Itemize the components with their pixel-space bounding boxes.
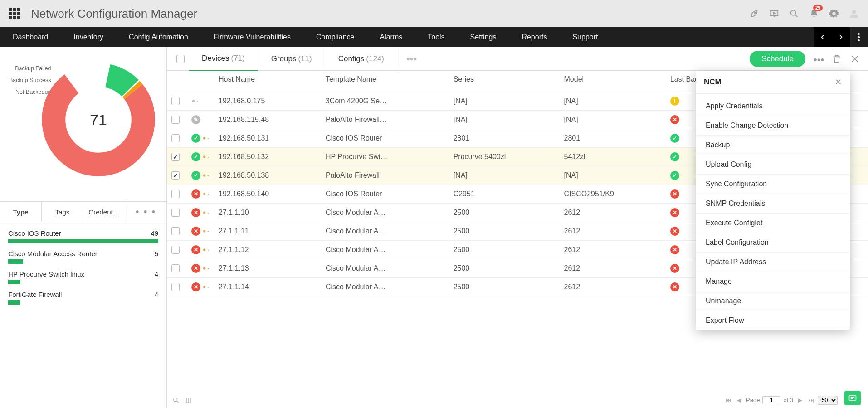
popup-item-upload-config[interactable]: Upload Config: [696, 155, 850, 175]
col-header[interactable]: [187, 71, 214, 92]
left-panel: Backup FailedBackup SuccessNot Backedup …: [0, 47, 167, 408]
tab-configs[interactable]: Configs (124): [325, 47, 397, 71]
trash-icon[interactable]: [832, 54, 842, 64]
col-header[interactable]: [167, 71, 187, 92]
popup-item-label-configuration[interactable]: Label Configuration: [696, 233, 850, 253]
cell-host: 192.168.115.48: [214, 111, 321, 129]
row-checkbox[interactable]: [171, 283, 180, 291]
cell-host: 192.168.50.132: [214, 148, 321, 166]
rocket-icon[interactable]: [749, 9, 759, 19]
popup-item-execute-configlet[interactable]: Execute Configlet: [696, 214, 850, 233]
more-actions-icon[interactable]: •••: [814, 54, 824, 64]
row-checkbox[interactable]: [171, 153, 180, 161]
cell-template: PaloAlto Firewall…: [321, 111, 449, 129]
pager-first[interactable]: ⏮: [724, 397, 732, 403]
row-checkbox[interactable]: [171, 227, 180, 235]
status-icons: ✕: [191, 227, 210, 236]
apps-icon[interactable]: [9, 8, 20, 19]
gear-icon[interactable]: [829, 9, 839, 19]
row-checkbox[interactable]: [171, 190, 180, 198]
pager-page-input[interactable]: [762, 396, 780, 404]
popup-item-sync-configuration[interactable]: Sync Configuration: [696, 175, 850, 194]
nav-firmware-vulnerabilities[interactable]: Firmware Vulnerabilities: [201, 27, 303, 47]
cell-model: [NA]: [560, 111, 666, 129]
nav-config-automation[interactable]: Config Automation: [116, 27, 201, 47]
avatar[interactable]: [849, 9, 859, 19]
popup-close-icon[interactable]: ✕: [835, 77, 842, 87]
cell-host: 27.1.1.12: [214, 241, 321, 259]
cell-model: 2612: [560, 278, 666, 296]
row-checkbox[interactable]: [171, 209, 180, 217]
popup-item-manage[interactable]: Manage: [696, 272, 850, 291]
row-checkbox[interactable]: [171, 264, 180, 272]
close-icon[interactable]: [850, 54, 860, 64]
row-checkbox[interactable]: [171, 134, 180, 142]
type-row[interactable]: HP Procurve Switch linux4: [8, 270, 158, 284]
status-icons: ✕: [191, 189, 210, 199]
type-row[interactable]: Cisco Modular Access Router5: [8, 250, 158, 264]
popup-item-update-ip-address[interactable]: Update IP Address: [696, 253, 850, 272]
nav-compliance[interactable]: Compliance: [303, 27, 367, 47]
type-row[interactable]: FortiGate Firewall4: [8, 291, 158, 305]
nav-settings[interactable]: Settings: [458, 27, 509, 47]
cell-series: 2500: [449, 278, 560, 296]
row-checkbox[interactable]: [171, 116, 180, 124]
tabs-more-icon[interactable]: •••: [397, 53, 426, 65]
nav-scroll-right[interactable]: [832, 27, 850, 47]
col-header[interactable]: Model: [560, 71, 666, 92]
popup-item-snmp-credentials[interactable]: SNMP Credentials: [696, 194, 850, 214]
side-tab-credent[interactable]: Credent…: [83, 202, 125, 222]
cell-host: 192.168.50.138: [214, 166, 321, 185]
nav-tools[interactable]: Tools: [415, 27, 457, 47]
svg-rect-21: [185, 398, 190, 403]
cell-series: 2500: [449, 259, 560, 278]
tab-devices[interactable]: Devices (71): [189, 47, 258, 71]
schedule-button[interactable]: Schedule: [750, 51, 805, 67]
popup-item-export-flow[interactable]: Export Flow: [696, 311, 850, 330]
pager-of-label: of 3: [783, 397, 793, 403]
row-checkbox[interactable]: [171, 171, 180, 180]
footer-columns-icon[interactable]: [184, 397, 191, 404]
cell-model: 2612: [560, 204, 666, 222]
row-checkbox[interactable]: [171, 97, 180, 105]
popup-item-backup[interactable]: Backup: [696, 136, 850, 155]
footer-search-icon[interactable]: [172, 397, 180, 404]
svg-point-11: [203, 137, 205, 139]
type-row[interactable]: Cisco IOS Router49: [8, 229, 158, 243]
popup-item-unmanage[interactable]: Unmanage: [696, 291, 850, 311]
nav-scroll-left[interactable]: [814, 27, 832, 47]
cell-model: 2612: [560, 241, 666, 259]
tab-groups[interactable]: Groups (11): [258, 47, 325, 71]
float-action-button[interactable]: [844, 391, 861, 405]
cell-model: [NA]: [560, 92, 666, 111]
col-header[interactable]: Host Name: [214, 71, 321, 92]
pager-prev[interactable]: ◀: [735, 397, 743, 403]
popup-item-enable-change-detection[interactable]: Enable Change Detection: [696, 116, 850, 136]
presentation-icon[interactable]: [769, 9, 779, 19]
side-tab-tags[interactable]: Tags: [42, 202, 83, 222]
side-tabs-more-icon[interactable]: • • •: [125, 202, 166, 222]
col-header[interactable]: Series: [449, 71, 560, 92]
svg-point-10: [192, 100, 195, 102]
pager-last[interactable]: ⏭: [807, 397, 815, 403]
svg-point-17: [203, 248, 205, 251]
cell-model: 2612: [560, 259, 666, 278]
nav-alarms[interactable]: Alarms: [367, 27, 415, 47]
search-icon[interactable]: [789, 9, 799, 19]
bell-icon[interactable]: 29: [809, 9, 819, 19]
popup-item-apply-credentials[interactable]: Apply Credentials: [696, 97, 850, 116]
nav-more-icon[interactable]: [850, 27, 868, 47]
cell-template: 3Com 4200G Se…: [321, 92, 449, 111]
cell-series: 2801: [449, 129, 560, 148]
pager-next[interactable]: ▶: [796, 397, 804, 403]
svg-point-13: [203, 174, 205, 176]
nav-inventory[interactable]: Inventory: [61, 27, 116, 47]
side-tab-type[interactable]: Type: [0, 202, 42, 222]
col-header[interactable]: Template Name: [321, 71, 449, 92]
nav-reports[interactable]: Reports: [509, 27, 560, 47]
nav-dashboard[interactable]: Dashboard: [0, 27, 61, 47]
nav-support[interactable]: Support: [560, 27, 610, 47]
row-checkbox[interactable]: [171, 246, 180, 254]
pager-size-select[interactable]: 50: [818, 396, 838, 405]
select-all-checkbox[interactable]: [176, 55, 185, 63]
